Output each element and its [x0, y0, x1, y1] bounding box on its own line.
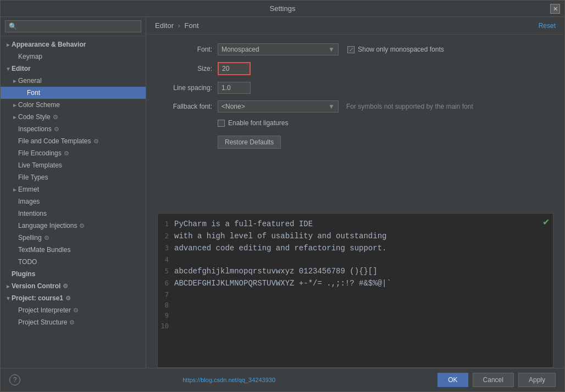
right-panel: Editor › Font Reset Font: Monospaced ▼ [146, 17, 564, 368]
preview-line-7: 7 [158, 290, 553, 300]
gear-icon [65, 294, 71, 302]
bottom-left: ? [9, 374, 20, 385]
sidebar-item-inspections[interactable]: Inspections [1, 123, 146, 135]
preview-lines: 1 PyCharm is a full-featured IDE 2 with … [158, 214, 553, 337]
sidebar-item-label: File Encodings [18, 149, 64, 158]
sidebar-item-label: Intentions [18, 209, 49, 218]
arrow-icon [12, 187, 18, 193]
line-text: with a high level of usability and outst… [174, 230, 386, 242]
gear-icon [53, 113, 58, 121]
reset-button[interactable]: Reset [539, 22, 556, 30]
gear-icon [63, 282, 68, 290]
sidebar-item-editor[interactable]: Editor [1, 63, 146, 75]
search-bar [1, 17, 146, 36]
show-monospaced-checkbox[interactable] [347, 46, 354, 53]
arrow-icon [12, 114, 18, 120]
url-label: https://blog.csdn.net/qq_34243930 [182, 377, 275, 383]
sidebar-item-intentions[interactable]: Intentions [1, 208, 146, 220]
line-text: advanced code editing and refactoring su… [174, 242, 386, 254]
line-number: 4 [158, 255, 174, 265]
sidebar-item-code-style[interactable]: Code Style [1, 111, 146, 123]
bottom-right: OK Cancel Apply [437, 373, 556, 387]
sidebar-item-general[interactable]: General [1, 75, 146, 87]
sidebar-item-project-structure[interactable]: Project Structure [1, 316, 146, 328]
ok-button[interactable]: OK [437, 373, 468, 387]
sidebar-item-label: File Types [18, 173, 50, 182]
sidebar-item-keymap[interactable]: Keymap [1, 51, 146, 63]
fallback-font-dropdown[interactable]: <None> ▼ [218, 100, 339, 113]
sidebar-item-label: TODO [18, 257, 39, 266]
size-label: Size: [157, 65, 218, 72]
window-title: Settings [270, 4, 296, 13]
chevron-down-icon: ▼ [328, 103, 335, 110]
font-label: Font: [157, 46, 218, 53]
sidebar-item-label: Appearance & Behavior [12, 40, 88, 49]
sidebar-item-label: Version Control [12, 282, 63, 290]
checkmark-icon: ✔ [542, 217, 550, 227]
sidebar-item-label: Live Templates [18, 161, 64, 170]
preview-line-3: 3 advanced code editing and refactoring … [158, 242, 553, 254]
preview-line-4: 4 [158, 255, 553, 265]
fallback-font-note: For symbols not supported by the main fo… [346, 103, 473, 110]
settings-window: Settings ✕ Appearance & Behavior Keymap [0, 0, 565, 392]
close-button[interactable]: ✕ [550, 4, 560, 14]
sidebar-item-textmate-bundles[interactable]: TextMate Bundles [1, 244, 146, 256]
gear-icon [69, 318, 75, 326]
sidebar-item-emmet[interactable]: Emmet [1, 183, 146, 195]
preview-line-5: 5 abcdefghijklmnopqrstuvwxyz 0123456789 … [158, 265, 553, 277]
arrow-icon [5, 283, 12, 289]
sidebar-item-spelling[interactable]: Spelling [1, 232, 146, 244]
enable-ligatures-label: Enable font ligatures [228, 119, 288, 127]
sidebar-item-language-injections[interactable]: Language Injections [1, 220, 146, 232]
font-dropdown[interactable]: Monospaced ▼ [218, 43, 339, 55]
sidebar-item-plugins[interactable]: Plugins [1, 268, 146, 280]
line-number: 10 [158, 321, 174, 332]
preview-line-1: 1 PyCharm is a full-featured IDE [158, 218, 553, 230]
help-button[interactable]: ? [9, 374, 20, 385]
preview-line-10: 10 [158, 321, 553, 332]
sidebar-item-file-encodings[interactable]: File Encodings [1, 147, 146, 159]
preview-line-6: 6 ABCDEFGHIJKLMNOPQRSTUVWXYZ +-*/= .,;:!… [158, 277, 553, 289]
sidebar-item-label: Font [27, 88, 42, 97]
enable-ligatures-checkbox[interactable] [218, 120, 225, 127]
sidebar-item-label: Editor [12, 64, 33, 73]
size-input[interactable] [218, 62, 251, 75]
sidebar-item-appearance[interactable]: Appearance & Behavior [1, 38, 146, 51]
apply-button[interactable]: Apply [518, 373, 556, 387]
sidebar-item-color-scheme[interactable]: Color Scheme [1, 99, 146, 111]
restore-defaults-button[interactable]: Restore Defaults [218, 136, 281, 149]
breadcrumb-separator: › [178, 21, 180, 30]
sidebar: Appearance & Behavior Keymap Editor Gene… [1, 17, 146, 368]
breadcrumb-current: Font [185, 21, 199, 30]
gear-icon [44, 234, 49, 242]
line-text: ABCDEFGHIJKLMNOPQRSTUVWXYZ +-*/= .,;:!? … [174, 277, 391, 289]
sidebar-item-project-interpreter[interactable]: Project Interpreter [1, 304, 146, 316]
arrow-icon [5, 66, 12, 72]
fallback-font-row: Fallback font: <None> ▼ For symbols not … [157, 100, 553, 113]
settings-content: Font: Monospaced ▼ Show only monospaced … [146, 35, 564, 206]
line-number: 8 [158, 300, 174, 311]
cancel-button[interactable]: Cancel [473, 373, 514, 387]
line-number: 9 [158, 311, 174, 321]
sidebar-item-file-code-templates[interactable]: File and Code Templates [1, 135, 146, 147]
size-row: Size: [157, 62, 553, 75]
sidebar-item-todo[interactable]: TODO [1, 256, 146, 268]
gear-icon [54, 125, 59, 133]
sidebar-item-label: Code Style [18, 113, 53, 121]
gear-icon [64, 149, 69, 157]
breadcrumb-parent: Editor [155, 21, 174, 30]
sidebar-item-live-templates[interactable]: Live Templates [1, 159, 146, 171]
line-spacing-row: Line spacing: [157, 82, 553, 94]
sidebar-item-file-types[interactable]: File Types [1, 171, 146, 183]
line-number: 7 [158, 290, 174, 300]
arrow-icon [5, 295, 12, 301]
sidebar-item-label: Plugins [12, 270, 37, 278]
sidebar-item-font[interactable]: Font [1, 87, 146, 99]
fallback-font-label: Fallback font: [157, 103, 218, 110]
search-input[interactable] [5, 20, 141, 32]
sidebar-item-project[interactable]: Project: course1 [1, 292, 146, 304]
sidebar-item-version-control[interactable]: Version Control [1, 280, 146, 292]
line-spacing-input[interactable] [218, 82, 251, 94]
sidebar-item-label: Language Injections [18, 221, 79, 230]
sidebar-item-images[interactable]: Images [1, 195, 146, 208]
